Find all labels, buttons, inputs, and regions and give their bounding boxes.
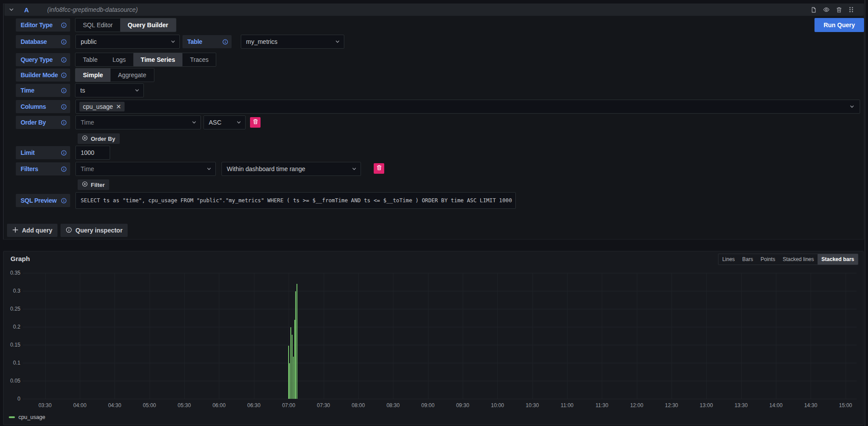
gridline [567, 273, 568, 399]
x-axis-tick-label: 08:00 [345, 402, 371, 408]
duplicate-query-icon[interactable] [810, 7, 817, 13]
collapse-chevron-icon[interactable] [9, 7, 14, 12]
query-row-header: A (info8fcc-greptimedb-datasource) [4, 4, 864, 16]
info-icon[interactable] [61, 150, 67, 156]
gridline [811, 273, 811, 399]
sql-preview-box: SELECT ts as "time", cpu_usage FROM "pub… [75, 192, 516, 209]
graph-panel: Graph LinesBarsPointsStacked linesStacke… [3, 251, 864, 425]
gridline [80, 273, 80, 399]
add-filter-button[interactable]: Filter [78, 179, 109, 190]
remove-order-by-button[interactable] [250, 117, 261, 128]
columns-multiselect[interactable]: cpu_usage ✕ [75, 100, 860, 114]
x-axis-tick-label: 12:00 [624, 402, 650, 408]
gridline [672, 273, 672, 399]
x-axis-tick-label: 13:30 [728, 402, 754, 408]
gridline [463, 273, 463, 399]
hide-response-icon[interactable] [823, 6, 830, 13]
limit-label: Limit [16, 146, 70, 159]
info-icon[interactable] [222, 39, 228, 45]
query-ref-id[interactable]: A [24, 6, 29, 14]
database-select[interactable]: public [75, 35, 180, 49]
table-select[interactable]: my_metrics [241, 35, 344, 49]
radio-option[interactable]: SQL Editor [75, 18, 120, 32]
info-icon[interactable] [61, 104, 67, 110]
chevron-down-icon [352, 167, 357, 172]
info-icon[interactable] [61, 22, 67, 28]
radio-option[interactable]: Aggregate [111, 68, 154, 82]
radio-option[interactable]: Logs [105, 53, 133, 66]
chevron-down-icon [236, 120, 241, 125]
run-query-button[interactable]: Run Query [814, 18, 864, 32]
radio-option[interactable]: Query Builder [120, 18, 176, 32]
legend-label: cpu_usage [18, 414, 45, 420]
gridline [150, 273, 150, 399]
datasource-name: (info8fcc-greptimedb-datasource) [47, 6, 138, 13]
chevron-down-icon [207, 167, 211, 172]
info-icon[interactable] [61, 57, 67, 63]
columns-label: Columns [16, 100, 70, 113]
x-axis-tick-label: 06:30 [241, 402, 267, 408]
chart-plot-area: 00.050.10.150.20.250.30.3503:3004:0004:3… [4, 251, 863, 425]
info-icon[interactable] [61, 88, 67, 93]
info-circle-icon [66, 227, 72, 234]
y-axis-tick-label: 0.15 [3, 342, 21, 348]
series-color-dash [9, 416, 15, 419]
time-select[interactable]: ts [75, 83, 144, 97]
x-axis-tick-label: 15:00 [832, 402, 859, 408]
x-axis-tick-label: 10:00 [484, 402, 511, 408]
drag-handle-icon[interactable] [848, 6, 854, 13]
trash-icon [376, 165, 382, 172]
chevron-down-icon [135, 88, 139, 93]
remove-query-icon[interactable] [836, 7, 842, 13]
gridline [637, 273, 637, 399]
radio-option[interactable]: Traces [182, 53, 216, 66]
x-axis-tick-label: 08:30 [380, 402, 406, 408]
x-axis-tick-label: 10:30 [519, 402, 546, 408]
legend-item[interactable]: cpu_usage [9, 414, 45, 420]
gridline [324, 273, 324, 399]
plus-circle-icon [82, 135, 88, 142]
scrollbar-track[interactable] [864, 0, 865, 426]
remove-tag-icon[interactable]: ✕ [116, 104, 121, 110]
info-icon[interactable] [61, 72, 67, 78]
gridline [497, 273, 498, 399]
add-order-by-button[interactable]: Order By [78, 133, 120, 144]
gridline [358, 273, 359, 399]
y-axis-tick-label: 0.25 [3, 306, 21, 312]
filter-column-select[interactable]: Time [75, 162, 216, 176]
info-icon[interactable] [61, 198, 67, 204]
x-axis-tick-label: 06:00 [206, 402, 232, 408]
builder-mode-label: Builder Mode [16, 68, 70, 82]
gridline [846, 273, 846, 399]
x-axis-tick-label: 09:30 [450, 402, 476, 408]
y-axis-tick-label: 0.1 [3, 360, 21, 366]
limit-input[interactable]: 1000 [75, 146, 110, 160]
info-icon[interactable] [61, 166, 67, 172]
builder-mode-switch: SimpleAggregate [75, 68, 154, 82]
add-query-button[interactable]: Add query [7, 224, 57, 237]
x-axis-tick-label: 11:00 [554, 402, 580, 408]
radio-option[interactable]: Table [75, 53, 105, 66]
filters-label: Filters [16, 162, 70, 175]
query-type-switch: TableLogsTime SeriesTraces [75, 53, 216, 67]
radio-option[interactable]: Simple [75, 68, 111, 82]
remove-filter-button[interactable] [374, 163, 384, 174]
y-axis-tick-label: 0.3 [3, 288, 21, 294]
chevron-down-icon [171, 39, 175, 44]
database-label: Database [16, 35, 70, 48]
query-inspector-button[interactable]: Query inspector [61, 224, 128, 237]
filter-condition-select[interactable]: Within dashboard time range [221, 162, 361, 176]
gridline [219, 273, 219, 399]
order-by-direction-select[interactable]: ASC [204, 115, 246, 129]
y-axis-tick-label: 0.35 [3, 270, 21, 276]
bar [296, 284, 297, 399]
editor-type-switch: SQL EditorQuery Builder [75, 18, 176, 32]
gridline [23, 327, 857, 327]
chevron-down-icon [335, 39, 340, 44]
y-axis-tick-label: 0 [3, 396, 21, 402]
info-icon[interactable] [61, 39, 67, 45]
order-by-column-select[interactable]: Time [75, 115, 201, 129]
gridline [254, 273, 254, 399]
info-icon[interactable] [61, 120, 67, 125]
radio-option[interactable]: Time Series [133, 53, 182, 66]
